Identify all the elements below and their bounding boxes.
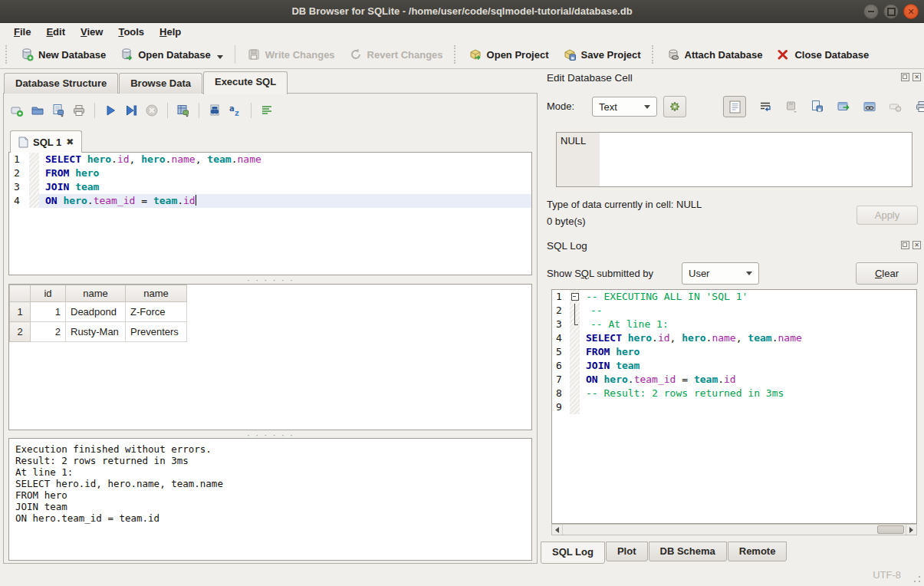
stop-icon[interactable] bbox=[145, 104, 159, 117]
table-cell[interactable]: 1 bbox=[31, 302, 66, 322]
code-line[interactable]: 2FROM hero bbox=[9, 166, 531, 180]
code-text: FROM hero bbox=[39, 166, 531, 180]
code-line[interactable]: 6JOIN team bbox=[552, 359, 916, 373]
line-number: 1 bbox=[9, 153, 29, 166]
import-settings-button[interactable] bbox=[663, 96, 686, 117]
menu-file[interactable]: File bbox=[6, 24, 38, 40]
new-database-icon bbox=[20, 48, 34, 61]
menu-view[interactable]: View bbox=[73, 24, 110, 40]
toolbar-grip[interactable] bbox=[652, 45, 656, 64]
open-database-dropdown-icon[interactable] bbox=[217, 55, 223, 59]
tab-remote[interactable]: Remote bbox=[728, 542, 788, 561]
code-line[interactable]: 8-- Result: 2 rows returned in 3ms bbox=[552, 387, 916, 400]
find-icon[interactable] bbox=[208, 104, 222, 117]
column-header[interactable]: name bbox=[66, 285, 126, 302]
code-line[interactable]: 4ON hero.team_id = team.id bbox=[9, 194, 531, 208]
clear-button[interactable]: Clear bbox=[856, 262, 918, 285]
code-line[interactable]: 9 bbox=[552, 400, 916, 414]
word-wrap-icon[interactable] bbox=[758, 100, 772, 114]
sql-tab-close-icon[interactable]: ✖ bbox=[66, 137, 74, 147]
print-sql-icon[interactable] bbox=[72, 104, 86, 117]
open-in-window-icon[interactable] bbox=[837, 100, 850, 114]
sql-log-view[interactable]: 1-- EXECUTING ALL IN 'SQL 1'2--3-- At li… bbox=[551, 289, 917, 524]
table-cell[interactable]: Rusty-Man bbox=[66, 322, 126, 342]
fold-marker-icon[interactable] bbox=[570, 290, 580, 304]
code-line[interactable]: 1SELECT hero.id, hero.name, team.name bbox=[9, 153, 531, 166]
set-null-icon[interactable] bbox=[889, 100, 903, 114]
revert-changes-button[interactable]: Revert Changes bbox=[342, 44, 450, 65]
close-button[interactable] bbox=[903, 4, 919, 19]
splitter-handle[interactable] bbox=[8, 431, 532, 438]
encoding-indicator[interactable]: UTF-8 bbox=[873, 569, 901, 581]
save-results-icon[interactable] bbox=[176, 104, 190, 117]
execute-current-line-icon[interactable] bbox=[124, 104, 138, 117]
titlebar[interactable]: DB Browser for SQLite - /home/user/code/… bbox=[0, 0, 924, 23]
execute-all-icon[interactable] bbox=[104, 104, 117, 117]
code-line[interactable]: 3-- At line 1: bbox=[552, 318, 916, 331]
float-dock-icon[interactable] bbox=[901, 241, 909, 249]
tab-database-structure[interactable]: Database Structure bbox=[4, 73, 118, 94]
code-line[interactable]: 5FROM hero bbox=[552, 345, 916, 359]
menu-edit[interactable]: Edit bbox=[38, 24, 73, 40]
horizontal-scrollbar[interactable] bbox=[551, 524, 917, 535]
write-changes-button[interactable]: Write Changes bbox=[240, 44, 342, 65]
sql-tab[interactable]: SQL 1 ✖ bbox=[10, 130, 82, 153]
submitted-by-select[interactable]: User bbox=[682, 262, 759, 285]
corner-header[interactable] bbox=[10, 285, 31, 302]
code-line[interactable]: 2-- bbox=[552, 304, 916, 318]
apply-button[interactable]: Apply bbox=[857, 206, 918, 225]
table-cell[interactable]: Preventers bbox=[126, 322, 187, 342]
cell-value-editor[interactable]: NULL bbox=[556, 132, 912, 187]
open-project-label: Open Project bbox=[487, 49, 549, 61]
new-database-button[interactable]: New Database bbox=[13, 44, 113, 65]
code-line[interactable]: 7ON hero.team_id = team.id bbox=[552, 373, 916, 387]
close-dock-icon[interactable] bbox=[912, 241, 921, 249]
tab-plot[interactable]: Plot bbox=[606, 542, 648, 561]
sql-editor[interactable]: 1SELECT hero.id, hero.name, team.name2FR… bbox=[8, 152, 532, 275]
print-cell-icon[interactable] bbox=[915, 100, 924, 114]
attach-database-button[interactable]: Attach Database bbox=[659, 44, 770, 65]
column-header[interactable]: name bbox=[126, 285, 187, 302]
row-header[interactable]: 1 bbox=[10, 302, 31, 322]
export-cell-icon[interactable] bbox=[811, 100, 824, 114]
tab-browse-data[interactable]: Browse Data bbox=[119, 73, 202, 94]
scroll-right-icon[interactable] bbox=[906, 525, 916, 535]
splitter-handle[interactable] bbox=[8, 276, 532, 283]
resize-grip-icon[interactable] bbox=[912, 574, 922, 584]
save-project-button[interactable]: Save Project bbox=[556, 44, 648, 65]
float-dock-icon[interactable] bbox=[901, 73, 909, 81]
tab-db-schema[interactable]: DB Schema bbox=[649, 542, 727, 561]
maximize-button[interactable] bbox=[883, 4, 899, 19]
code-line[interactable]: 1-- EXECUTING ALL IN 'SQL 1' bbox=[552, 290, 916, 304]
menu-tools[interactable]: Tools bbox=[110, 24, 152, 40]
save-sql-file-icon[interactable] bbox=[51, 104, 65, 117]
autocomplete-icon[interactable]: az bbox=[229, 104, 242, 117]
toolbar-grip[interactable] bbox=[454, 45, 458, 64]
mode-select[interactable]: Text bbox=[592, 97, 657, 117]
open-sql-file-icon[interactable] bbox=[31, 104, 44, 117]
code-line[interactable]: 3JOIN team bbox=[9, 180, 531, 194]
close-dock-icon[interactable] bbox=[912, 73, 921, 81]
table-cell[interactable]: 2 bbox=[31, 322, 66, 342]
scroll-left-icon[interactable] bbox=[552, 525, 563, 535]
text-mode-button[interactable] bbox=[723, 96, 746, 117]
table-cell[interactable]: Z-Force bbox=[126, 302, 187, 322]
copy-link-icon[interactable] bbox=[863, 100, 876, 114]
column-header[interactable]: id bbox=[31, 285, 66, 302]
menu-help[interactable]: Help bbox=[152, 24, 189, 40]
tab-sql-log[interactable]: SQL Log bbox=[541, 542, 605, 564]
minimize-button[interactable] bbox=[863, 4, 879, 19]
open-database-button[interactable]: Open Database bbox=[113, 44, 230, 65]
execution-message[interactable]: Execution finished without errors.Result… bbox=[8, 438, 532, 561]
tab-execute-sql[interactable]: Execute SQL bbox=[203, 71, 288, 94]
format-sql-icon[interactable] bbox=[260, 104, 274, 117]
open-project-button[interactable]: Open Project bbox=[462, 44, 556, 65]
table-cell[interactable]: Deadpond bbox=[66, 302, 126, 322]
row-header[interactable]: 2 bbox=[10, 322, 31, 342]
code-line[interactable]: 4SELECT hero.id, hero.name, team.name bbox=[552, 331, 916, 345]
scrollbar-thumb[interactable] bbox=[877, 525, 904, 534]
close-database-button[interactable]: Close Database bbox=[769, 44, 876, 65]
open-sql-tab-icon[interactable] bbox=[10, 104, 24, 117]
import-cell-icon[interactable] bbox=[784, 100, 798, 114]
toolbar-grip[interactable] bbox=[5, 45, 9, 64]
